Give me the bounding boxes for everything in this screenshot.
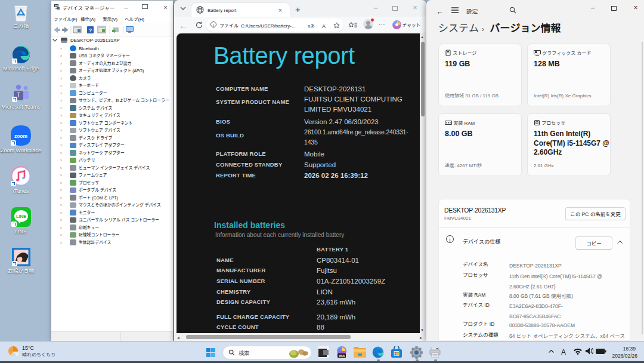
svg-text:?: ? <box>89 26 92 34</box>
svg-text:MSN: MSN <box>339 354 345 358</box>
svg-text:LINE: LINE <box>16 214 26 219</box>
svg-text:zoom: zoom <box>14 133 28 139</box>
